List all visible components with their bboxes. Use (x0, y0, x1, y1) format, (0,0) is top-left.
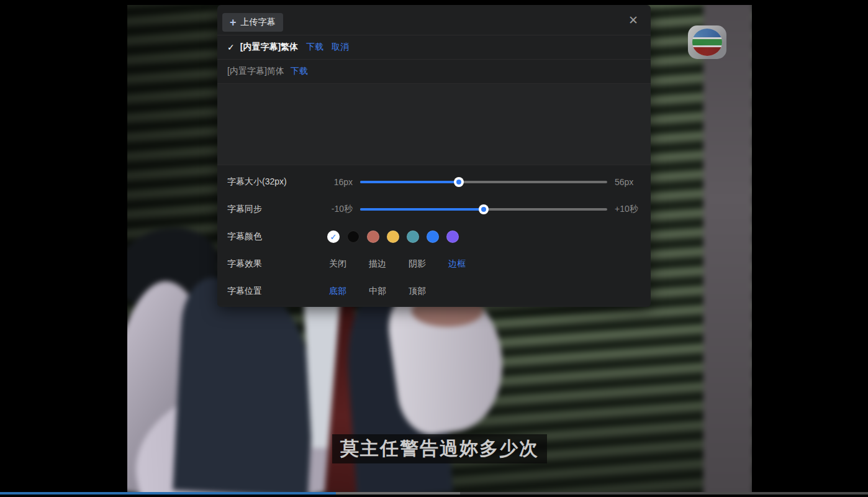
tvb-channel-logo (688, 25, 726, 59)
subtitle-color-row: 字幕颜色 ✓ (217, 223, 651, 250)
wall-column (703, 5, 752, 492)
subtitle-position-row: 字幕位置 底部 中部 顶部 (217, 278, 651, 305)
player-window: 莫主任警告過妳多少次 + 上传字幕 ✕ ✓ [内置字幕]繁体 下载 取消 [内置… (0, 0, 868, 497)
effect-option-outline[interactable]: 描边 (369, 258, 386, 270)
subtitle-size-label: 字幕大小(32px) (227, 176, 324, 188)
size-min-label: 16px (324, 177, 353, 187)
color-swatch-teal[interactable] (407, 230, 419, 243)
upload-subtitle-button[interactable]: + 上传字幕 (222, 13, 283, 32)
track-name: [内置字幕]简体 (227, 66, 284, 77)
color-swatch-red[interactable] (367, 230, 379, 243)
sync-slider-thumb[interactable] (479, 204, 489, 214)
download-link[interactable]: 下载 (306, 42, 323, 53)
color-swatch-white[interactable]: ✓ (327, 230, 340, 243)
subtitle-effect-label: 字幕效果 (227, 258, 324, 270)
subtitle-sync-slider[interactable] (360, 208, 607, 211)
color-swatch-black[interactable] (347, 230, 359, 243)
progress-played (0, 492, 336, 495)
subtitle-settings: 字幕大小(32px) 16px 56px 字幕同步 -10秒 +10秒 字幕颜色 (217, 165, 651, 305)
color-swatch-purple[interactable] (446, 230, 459, 243)
color-swatches: ✓ (327, 230, 459, 243)
subtitle-list-empty-area (217, 84, 651, 165)
position-option-middle[interactable]: 中部 (369, 286, 386, 297)
cancel-link[interactable]: 取消 (332, 42, 349, 53)
sync-min-label: -10秒 (324, 204, 353, 215)
subtitle-sync-label: 字幕同步 (227, 204, 324, 215)
size-slider-thumb[interactable] (454, 177, 464, 187)
progress-bar[interactable] (0, 492, 868, 495)
progress-buffered (336, 492, 460, 495)
effect-option-box[interactable]: 边框 (448, 258, 466, 270)
track-name: [内置字幕]繁体 (240, 42, 298, 53)
subtitle-color-label: 字幕颜色 (227, 231, 324, 242)
plus-icon: + (230, 17, 237, 28)
subtitle-text: 莫主任警告過妳多少次 (332, 434, 547, 463)
panel-header: + 上传字幕 ✕ (217, 5, 651, 35)
subtitle-position-label: 字幕位置 (227, 286, 324, 297)
subtitle-track-traditional[interactable]: ✓ [内置字幕]繁体 下载 取消 (217, 35, 651, 60)
tvb-logo-circle (692, 29, 722, 56)
upload-subtitle-label: 上传字幕 (241, 17, 276, 28)
color-swatch-yellow[interactable] (387, 230, 399, 243)
subtitle-sync-row: 字幕同步 -10秒 +10秒 (217, 196, 651, 223)
progress-track (460, 492, 868, 495)
position-option-bottom[interactable]: 底部 (329, 286, 346, 297)
sync-max-label: +10秒 (615, 204, 638, 215)
selected-check-icon: ✓ (330, 232, 337, 242)
position-option-top[interactable]: 顶部 (409, 286, 426, 297)
effect-options: 关闭 描边 阴影 边框 (329, 258, 488, 270)
size-max-label: 56px (615, 177, 633, 187)
effect-option-shadow[interactable]: 阴影 (409, 258, 426, 270)
subtitle-size-slider[interactable] (360, 181, 607, 183)
color-swatch-blue[interactable] (427, 230, 439, 243)
subtitle-effect-row: 字幕效果 关闭 描边 阴影 边框 (217, 250, 651, 278)
close-icon[interactable]: ✕ (628, 14, 638, 26)
effect-option-off[interactable]: 关闭 (329, 258, 346, 270)
download-link[interactable]: 下载 (291, 66, 308, 77)
subtitle-track-simplified[interactable]: [内置字幕]简体 下载 (217, 60, 651, 84)
position-options: 底部 中部 顶部 (329, 286, 448, 297)
subtitle-settings-panel: + 上传字幕 ✕ ✓ [内置字幕]繁体 下载 取消 [内置字幕]简体 下载 字幕… (217, 5, 651, 307)
subtitle-size-row: 字幕大小(32px) 16px 56px (217, 168, 651, 196)
check-icon: ✓ (227, 42, 235, 52)
